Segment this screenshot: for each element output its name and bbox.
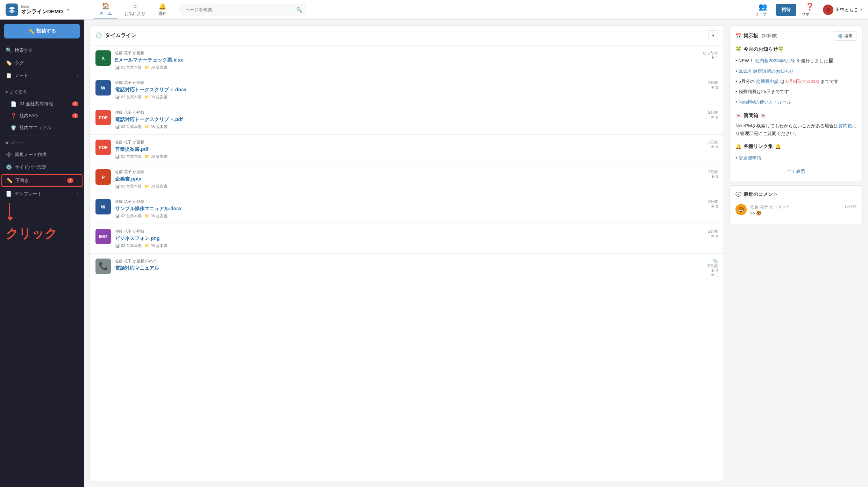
post-button-label: 投稿する: [36, 28, 56, 34]
timeline-file-name[interactable]: ビジネスフォン.png: [115, 235, 693, 242]
star-icon: ☆: [132, 2, 138, 10]
sidebar-search-section: 🔍 検索する › 🏷️ タグ › 📋 ノート ›: [0, 43, 84, 83]
view-count: 0: [716, 85, 718, 90]
timeline-user: 佐藤 花子 が登録: [115, 110, 144, 114]
timeline-meta: 佐藤 花子 が更新: [115, 140, 693, 145]
sidebar-item-new-note[interactable]: ➕ 新規ノート作成: [0, 148, 84, 161]
sidebar-item-note2[interactable]: ❓ 社内FAQ 1: [0, 110, 84, 122]
eye-icon: 👁: [711, 85, 715, 90]
timeline-info: 佐藤 花子 が登録 企画書.pptx 📊 03 営業本部📁 08 提案書: [115, 169, 693, 189]
eye-icon: 👁: [711, 115, 715, 119]
bell-icon: 🔔: [158, 2, 166, 10]
timeline-item: 📞 佐藤 花子 が更新 (Rev.5) 電話対応マニュアル 📎 15分前 👁 2…: [90, 254, 724, 282]
sidebar-item-note1[interactable]: 📄 01 全社共有情報 2: [0, 98, 84, 110]
tag-icon: 🏷️: [6, 60, 12, 66]
show-all-link[interactable]: 全て表示: [787, 169, 805, 174]
sidebar-item-tags[interactable]: 🏷️ タグ ›: [0, 57, 84, 69]
mail-icon: 💌: [735, 111, 741, 120]
note3-icon: 🛡️: [10, 125, 17, 130]
users-label: ユーザー: [755, 12, 770, 17]
timeline-file-name[interactable]: 電話対応トークスクリプト.pdf: [115, 117, 693, 123]
qa-link[interactable]: 質問箱: [838, 123, 852, 128]
transport-link[interactable]: 交通費申請: [739, 154, 761, 162]
arrow-down-icon: ▾: [6, 90, 8, 95]
comment-avatar: 🐯: [735, 204, 747, 215]
timeline-file-name[interactable]: 電話対応マニュアル: [115, 265, 693, 271]
file-type-icon: PDF: [95, 110, 111, 125]
show-all-area: 全て表示: [735, 167, 856, 175]
news-link-2[interactable]: 2023年健康診断のお知らせ: [739, 67, 794, 75]
timeline-file-name[interactable]: 電話対応トークスクリプト.docx: [115, 87, 693, 93]
sidebar-search-label: 検索する: [15, 47, 74, 54]
board-edit-button[interactable]: ⚙️ 編集: [834, 31, 856, 41]
timeline-views: 👁 0: [697, 85, 718, 90]
logo-caret-icon: ▾: [67, 7, 69, 12]
timeline-right: 2分前 👁 0: [697, 169, 718, 179]
timeline-right: 2分前 👁 0: [697, 80, 718, 90]
sidebar-item-notes-top[interactable]: 📋 ノート ›: [0, 69, 84, 82]
news-link-3[interactable]: 交通費申請: [756, 77, 779, 85]
users-nav-item[interactable]: 👥 ユーザー: [755, 2, 770, 17]
timeline-right: 2分前 👁 0: [697, 229, 718, 238]
timeline-user: 佐藤 花子 が登録: [115, 199, 144, 204]
nav-home[interactable]: 🏠 ホーム: [94, 0, 118, 19]
chevron-right-icon: ›: [77, 48, 78, 52]
timeline-meta: 佐藤 花子 が登録: [115, 80, 693, 85]
file-type-icon: W: [95, 80, 111, 96]
notes-group[interactable]: ▶ ノート: [0, 137, 84, 148]
news-item-1: NEW！社内報2023年6月号を発行しました📓: [735, 56, 856, 66]
sidebar-item-note3[interactable]: 🛡️ 社内マニュアル: [0, 122, 84, 134]
eye-icon: 👁: [711, 234, 715, 238]
mail-icon-2: 💌: [760, 111, 766, 120]
nav-notifications[interactable]: 🔔 通知: [152, 0, 172, 19]
support-nav-item[interactable]: ❓ サポート: [802, 2, 817, 17]
view-count: 0: [716, 145, 718, 149]
new-note-label: 新規ノート作成: [15, 151, 78, 158]
logo-name-label: オンラインDEMO: [21, 8, 63, 15]
qa-section-title: 💌 質問箱 💌: [735, 111, 856, 120]
news-link-1[interactable]: 社内報2023年6月号: [755, 57, 795, 65]
post-button[interactable]: ✏️ 投稿する: [4, 24, 80, 38]
news-link-5[interactable]: NotePMの使い方・ルール: [739, 98, 791, 106]
note3-label: 社内マニュアル: [20, 125, 78, 131]
search-input[interactable]: [180, 4, 306, 15]
timeline-file-name[interactable]: 営業提案書.pdf: [115, 146, 693, 153]
dept-label: 📊 03 営業本部: [115, 184, 142, 189]
note2-label: 社内FAQ: [20, 113, 69, 119]
timeline-user: 佐藤 花子 が登録: [115, 229, 144, 233]
file-type-icon: P: [95, 169, 111, 185]
timeline-file-name[interactable]: Eメールマナーチェック票.xlsx: [115, 57, 693, 63]
views2-count: 1: [716, 273, 718, 277]
links-section-text: 各種リンク集: [744, 142, 773, 151]
app-body: ✏️ 投稿する 🔍 検索する › 🏷️ タグ › 📋 ノート › ▾ よく: [0, 20, 868, 487]
sidebar-item-drafts[interactable]: ✏️ 下書き 4 ›: [1, 174, 83, 187]
note1-icon: 📄: [10, 101, 17, 107]
timeline-header: 🕐 タイムライン ▾: [90, 26, 724, 45]
nav-right: 👥 ユーザー 招待 ❓ サポート 🐞 田中ともこ ▾: [755, 2, 862, 17]
file-type-icon: W: [95, 199, 111, 214]
board-title: 📅 掲示板 (22日前): [735, 33, 777, 39]
news-list: NEW！社内報2023年6月号を発行しました📓 2023年健康診断のお知らせ 5…: [735, 56, 856, 107]
search-bar[interactable]: 🔍: [180, 4, 306, 15]
timeline-user: 佐藤 花子 が登録: [115, 80, 144, 85]
user-menu[interactable]: 🐞 田中ともこ ▾: [823, 5, 862, 15]
timeline-file-name[interactable]: サンプル操作マニュアル.docx: [115, 206, 693, 212]
yoku-tsukau-group[interactable]: ▾ よく使う: [0, 86, 84, 98]
sidebar-item-templates[interactable]: 📑 テンプレート ›: [0, 188, 84, 200]
nav-favorites[interactable]: ☆ お気に入り: [119, 0, 151, 19]
timeline-file-name[interactable]: 企画書.pptx: [115, 176, 693, 182]
logo-area[interactable]: team オンラインDEMO ▾: [6, 3, 83, 16]
timeline-expand-button[interactable]: ▾: [708, 30, 718, 40]
folder-label: 📁 08 提案書: [144, 213, 167, 219]
news-section-text: 今月のお知らせ🍀: [744, 45, 784, 54]
recent-comments-panel: 💬 最近のコメント 🐯 佐藤 花子 がコメント >> 🐯 13分前: [730, 185, 862, 225]
file-type-icon: IMG: [95, 229, 111, 244]
sidebar-item-search[interactable]: 🔍 検索する ›: [0, 44, 84, 57]
sidebar-item-settings[interactable]: ⚙️ サイドバー設定: [0, 161, 84, 174]
note2-badge: 1: [72, 113, 78, 118]
top-navigation: team オンラインDEMO ▾ 🏠 ホーム ☆ お気に入り 🔔 通知 🔍 👥 …: [0, 0, 868, 20]
timeline-right: 2分前 👁 0: [697, 199, 718, 209]
invite-button[interactable]: 招待: [776, 4, 796, 16]
sidebar-resize-handle[interactable]: [81, 20, 84, 487]
timeline-item: W 佐藤 花子 が登録 電話対応トークスクリプト.docx 📊 03 営業本部📁…: [90, 75, 724, 105]
